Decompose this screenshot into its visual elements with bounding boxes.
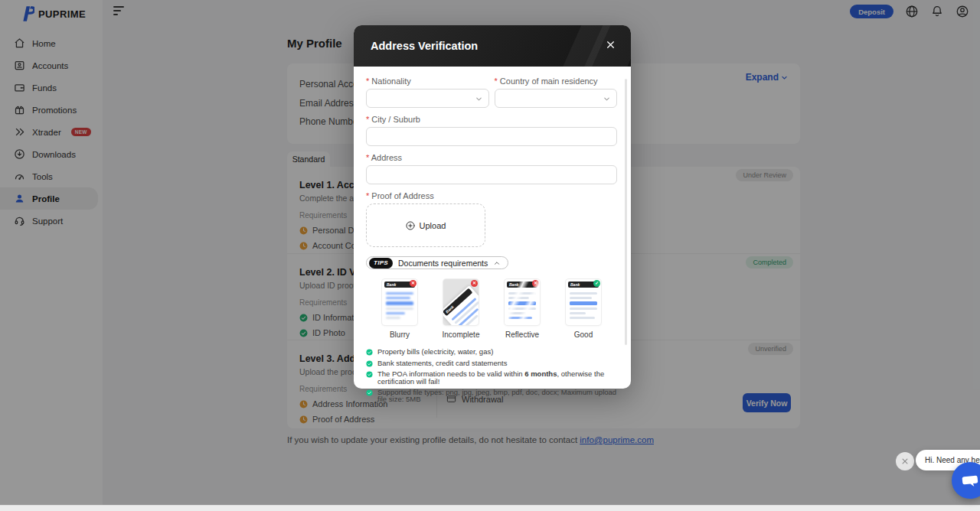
check-circle-icon <box>366 389 373 396</box>
chat-dismiss-button[interactable] <box>896 452 914 470</box>
bullet-text: The POA information needs to be valid wi… <box>377 370 617 385</box>
address-verification-modal: Address Verification Nationality Country… <box>354 25 631 389</box>
example-label: Good <box>574 330 593 339</box>
example-reflective: Bank ✕ Reflective <box>495 279 550 339</box>
bullet-item: Supported file types: png, jpg, jpeg, bm… <box>366 389 617 403</box>
horizontal-scrollbar[interactable] <box>0 505 980 511</box>
bullet-text: Property bills (electricity, water, gas) <box>377 348 493 356</box>
tips-label: Documents requirements <box>398 259 488 268</box>
city-input[interactable] <box>366 127 617 146</box>
country-select[interactable] <box>495 89 618 108</box>
bullet-text: Supported file types: png, jpg, jpeg, bm… <box>377 389 617 403</box>
proof-of-address-label: Proof of Address <box>366 191 617 200</box>
address-input[interactable] <box>366 165 617 184</box>
close-icon <box>901 457 909 465</box>
check-circle-icon <box>366 371 373 378</box>
country-label: Country of main residency <box>495 76 618 86</box>
chat-bubble-icon <box>961 471 979 490</box>
close-button[interactable] <box>602 36 619 53</box>
example-incomplete: Bank ✕ Incomplete <box>433 279 488 339</box>
example-label: Incomplete <box>443 330 480 339</box>
upload-dropzone[interactable]: Upload <box>366 203 485 247</box>
address-label: Address <box>366 153 617 162</box>
example-blurry: Bank ✕ Blurry <box>372 279 427 339</box>
reject-x-icon: ✕ <box>410 280 416 287</box>
upload-label: Upload <box>420 221 446 230</box>
modal-title: Address Verification <box>371 40 478 52</box>
incomplete-doc-illustration: Bank ✕ <box>443 279 479 325</box>
modal-header: Address Verification <box>354 25 631 67</box>
modal-scrollbar-thumb[interactable] <box>625 79 627 345</box>
example-label: Reflective <box>505 330 539 339</box>
chevron-up-icon <box>493 259 501 267</box>
reject-x-icon: ✕ <box>471 280 478 287</box>
chevron-down-icon <box>603 95 611 103</box>
upload-plus-icon <box>406 221 415 230</box>
requirements-bullets: Property bills (electricity, water, gas)… <box>366 348 617 403</box>
city-label: City / Suburb <box>366 115 617 124</box>
reflective-doc-illustration: Bank ✕ <box>505 279 540 325</box>
bullet-text: Bank statements, credit card statements <box>377 360 508 367</box>
bullet-item: Bank statements, credit card statements <box>366 360 617 367</box>
chevron-down-icon <box>475 95 483 103</box>
tips-toggle[interactable]: TIPS Documents requirements <box>366 256 508 269</box>
bullet-item: Property bills (electricity, water, gas) <box>366 348 617 356</box>
nationality-select[interactable] <box>366 89 489 108</box>
example-good: Bank ✓ Good <box>556 279 611 339</box>
app: PUPRIME Home Accounts Funds Promotions X… <box>0 0 980 511</box>
blurry-doc-illustration: Bank ✕ <box>382 279 417 325</box>
modal-body: Nationality Country of main residency Ci… <box>354 67 631 403</box>
close-icon <box>606 40 616 50</box>
document-examples: Bank ✕ Blurry Bank ✕ Incomplete <box>366 279 617 339</box>
check-circle-icon <box>366 360 373 367</box>
good-doc-illustration: Bank ✓ <box>566 279 601 325</box>
check-circle-icon <box>366 349 373 356</box>
approve-check-icon: ✓ <box>593 280 600 287</box>
tips-badge: TIPS <box>369 258 393 269</box>
example-label: Blurry <box>390 330 410 339</box>
nationality-label: Nationality <box>366 76 489 86</box>
reflection-glare <box>505 279 540 325</box>
bullet-item: The POA information needs to be valid wi… <box>366 370 617 385</box>
